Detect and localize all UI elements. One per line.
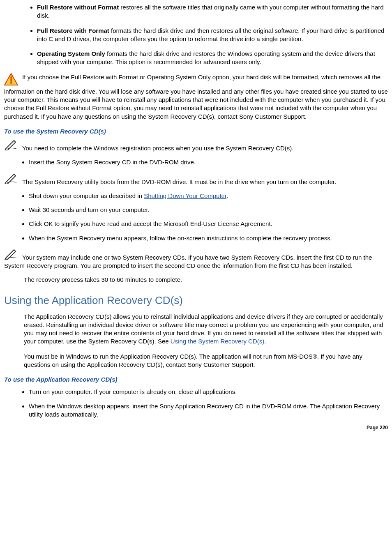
step-shutdown: Shut down your computer as described in … [29,192,388,200]
para-text-post: . [264,338,266,345]
restore-options-list: Full Restore without Format restores all… [21,3,388,67]
link-shutting-down[interactable]: Shutting Down Your Computer [144,192,226,199]
page-number: Page 220 [4,424,388,431]
note-text: Your system may include one or two Syste… [4,254,372,269]
step-text-pre: Shut down your computer as described in [29,192,144,199]
option-full-restore-with-format: Full Restore with Format formats the har… [37,27,388,44]
option-title: Operating System Only [37,50,105,57]
option-title: Full Restore without Format [37,4,119,11]
pen-icon [4,173,19,186]
step-clickok: Click OK to signify you have read and ac… [29,220,388,228]
pen-icon [4,248,19,262]
step-text-post: . [226,192,228,199]
note-recovery-time: The recovery process takes 30 to 60 minu… [24,276,388,284]
step-insert-app-cd: When the Windows desktop appears, insert… [29,402,388,419]
steps-recovery: Shut down your computer as described in … [12,192,388,242]
note-text: You need to complete the Windows registr… [21,145,294,152]
warning-format: If you choose the Full Restore with Form… [4,73,388,121]
subheading-system-recovery: To use the System Recovery CD(s) [4,127,388,136]
note-text: The System Recovery utility boots from t… [21,178,336,185]
step-menu: When the System Recovery menu appears, f… [29,234,388,242]
option-os-only: Operating System Only formats the hard d… [37,50,388,67]
steps-app-recovery: Turn on your computer. If your computer … [12,388,388,419]
note-two-cds: Your system may include one or two Syste… [4,248,388,270]
option-title: Full Restore with Format [37,27,109,34]
step-insert-cd: Insert the Sony System Recovery CD in th… [29,158,388,166]
note-boots-dvd: The System Recovery utility boots from t… [4,173,388,186]
pen-icon [4,139,19,152]
subheading-app-recovery: To use the Application Recovery CD(s) [4,375,388,384]
option-full-restore-no-format: Full Restore without Format restores all… [37,3,388,20]
warning-text: If you choose the Full Restore with Form… [4,74,388,120]
svg-point-2 [10,82,12,84]
warning-icon [4,73,18,88]
step-wait: Wait 30 seconds and turn on your compute… [29,206,388,214]
para-app-recovery-windows: You must be in Windows to run the Applic… [24,352,388,369]
note-registration: You need to complete the Windows registr… [4,139,388,152]
para-app-recovery-intro: The Application Recovery CD(s) allows yo… [24,313,388,346]
heading-app-recovery: Using the Application Recovery CD(s) [4,293,388,308]
link-using-system-recovery[interactable]: Using the System Recovery CD(s) [171,338,264,345]
step-turnon: Turn on your computer. If your computer … [29,388,388,396]
steps-insert-cd: Insert the Sony System Recovery CD in th… [12,158,388,166]
